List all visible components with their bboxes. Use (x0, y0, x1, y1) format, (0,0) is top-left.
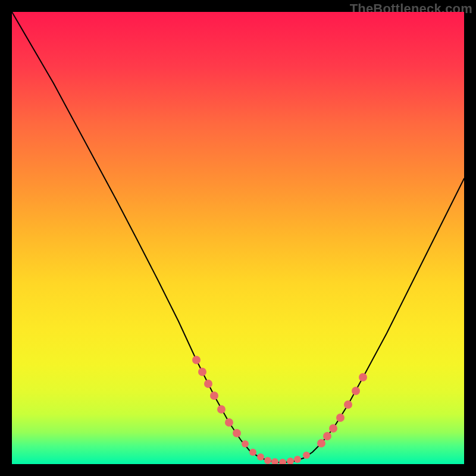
plot-area (12, 12, 464, 464)
gradient-background (12, 12, 464, 464)
chart-frame: TheBottleneck.com (0, 0, 476, 476)
